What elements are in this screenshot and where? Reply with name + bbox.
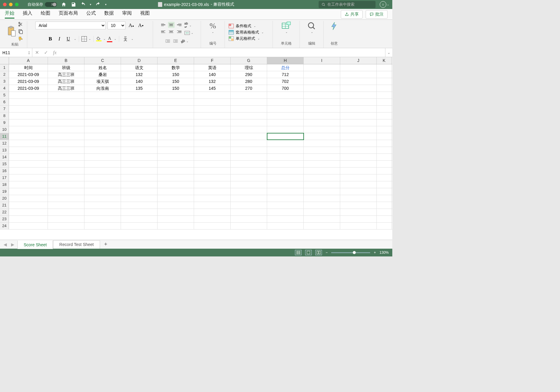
align-top-center[interactable] bbox=[168, 22, 175, 28]
prev-sheet-button[interactable]: ◀ bbox=[2, 242, 8, 247]
cell-D21[interactable] bbox=[121, 202, 158, 209]
cell-F17[interactable] bbox=[194, 174, 231, 181]
cell-E19[interactable] bbox=[158, 188, 194, 195]
comments-button[interactable]: 批注 bbox=[366, 10, 388, 19]
cell-B1[interactable]: 班级 bbox=[48, 64, 84, 71]
row-header-5[interactable]: 5 bbox=[0, 92, 9, 98]
row-header-16[interactable]: 16 bbox=[0, 168, 9, 174]
underline-button[interactable]: U bbox=[64, 35, 72, 42]
row-header-19[interactable]: 19 bbox=[0, 188, 9, 195]
expand-formula-bar[interactable]: ⌄ bbox=[385, 48, 392, 57]
cell-C7[interactable] bbox=[84, 106, 121, 112]
align-right[interactable] bbox=[175, 29, 182, 35]
save-icon[interactable] bbox=[71, 2, 76, 7]
row-header-17[interactable]: 17 bbox=[0, 174, 9, 181]
cell-A9[interactable] bbox=[9, 119, 48, 126]
cell-E2[interactable]: 150 bbox=[158, 71, 194, 78]
cell-B2[interactable]: 高三三班 bbox=[48, 71, 84, 78]
cell-G2[interactable]: 290 bbox=[231, 71, 267, 78]
cell-F20[interactable] bbox=[194, 195, 231, 202]
cell-A20[interactable] bbox=[9, 195, 48, 202]
cell-H17[interactable] bbox=[267, 174, 304, 181]
fill-color-button[interactable] bbox=[96, 37, 102, 41]
cell-J5[interactable] bbox=[340, 92, 377, 98]
number-format-button[interactable]: % ⌄ bbox=[210, 22, 216, 34]
cell-B11[interactable] bbox=[48, 133, 84, 140]
cell-H12[interactable] bbox=[267, 140, 304, 147]
cell-B12[interactable] bbox=[48, 140, 84, 147]
maximize-window-button[interactable] bbox=[15, 3, 19, 6]
cell-G5[interactable] bbox=[231, 92, 267, 98]
cell-C19[interactable] bbox=[84, 188, 121, 195]
cell-B13[interactable] bbox=[48, 147, 84, 154]
cell-J12[interactable] bbox=[340, 140, 377, 147]
menu-tab-3[interactable]: 页面布局 bbox=[59, 10, 78, 19]
cell-J8[interactable] bbox=[340, 113, 377, 119]
add-sheet-button[interactable]: + bbox=[102, 241, 110, 247]
cell-D16[interactable] bbox=[121, 168, 158, 174]
cell-C13[interactable] bbox=[84, 147, 121, 154]
search-input[interactable]: 在工作表中搜索 bbox=[319, 1, 376, 8]
cell-K4[interactable] bbox=[377, 85, 392, 92]
cell-C23[interactable] bbox=[84, 216, 121, 222]
cell-H18[interactable] bbox=[267, 181, 304, 188]
feedback-button[interactable] bbox=[380, 1, 386, 8]
font-size-select[interactable]: 10 bbox=[108, 22, 125, 29]
column-header-J[interactable]: J bbox=[340, 57, 377, 64]
cell-H21[interactable] bbox=[267, 202, 304, 209]
bold-button[interactable]: B bbox=[46, 35, 54, 42]
cell-J23[interactable] bbox=[340, 216, 377, 222]
cell-I13[interactable] bbox=[304, 147, 340, 154]
cell-B10[interactable] bbox=[48, 126, 84, 133]
cell-G10[interactable] bbox=[231, 126, 267, 133]
cell-C6[interactable] bbox=[84, 99, 121, 105]
home-icon[interactable] bbox=[61, 2, 66, 7]
cell-C2[interactable]: 桑岩 bbox=[84, 71, 121, 78]
cell-I22[interactable] bbox=[304, 209, 340, 215]
cell-D14[interactable] bbox=[121, 154, 158, 160]
cell-B17[interactable] bbox=[48, 174, 84, 181]
cell-I9[interactable] bbox=[304, 119, 340, 126]
cell-J13[interactable] bbox=[340, 147, 377, 154]
cell-A14[interactable] bbox=[9, 154, 48, 160]
cell-I2[interactable] bbox=[304, 71, 340, 78]
cell-J11[interactable] bbox=[340, 133, 377, 140]
cell-J6[interactable] bbox=[340, 99, 377, 105]
cell-K20[interactable] bbox=[377, 195, 392, 202]
cell-H15[interactable] bbox=[267, 161, 304, 167]
cell-K13[interactable] bbox=[377, 147, 392, 154]
cell-F11[interactable] bbox=[194, 133, 231, 140]
cell-I16[interactable] bbox=[304, 168, 340, 174]
cell-F16[interactable] bbox=[194, 168, 231, 174]
row-header-13[interactable]: 13 bbox=[0, 147, 9, 154]
column-header-K[interactable]: K bbox=[377, 57, 392, 64]
cell-A4[interactable]: 2021-03-09 bbox=[9, 85, 48, 92]
menu-tab-0[interactable]: 开始 bbox=[5, 10, 14, 19]
cell-G23[interactable] bbox=[231, 216, 267, 222]
find-button[interactable]: ⌄ bbox=[307, 22, 316, 34]
cell-F5[interactable] bbox=[194, 92, 231, 98]
cell-A18[interactable] bbox=[9, 181, 48, 188]
align-left[interactable] bbox=[161, 29, 167, 35]
cell-C1[interactable]: 姓名 bbox=[84, 64, 121, 71]
format-painter-icon[interactable] bbox=[18, 36, 23, 41]
cell-C11[interactable] bbox=[84, 133, 121, 140]
font-color-dropdown[interactable]: ⌄ bbox=[114, 37, 116, 40]
cell-J2[interactable] bbox=[340, 71, 377, 78]
cell-E4[interactable]: 150 bbox=[158, 85, 194, 92]
cell-E11[interactable] bbox=[158, 133, 194, 140]
menu-tab-7[interactable]: 视图 bbox=[140, 10, 150, 19]
cell-F4[interactable]: 145 bbox=[194, 85, 231, 92]
cell-C20[interactable] bbox=[84, 195, 121, 202]
cell-I14[interactable] bbox=[304, 154, 340, 160]
autosave-toggle[interactable]: 自动保存 关闭 bbox=[28, 2, 57, 7]
column-header-A[interactable]: A bbox=[9, 57, 48, 64]
select-all-corner[interactable] bbox=[0, 57, 9, 64]
sheet-tab-0[interactable]: Score Sheet bbox=[17, 240, 53, 249]
cell-B21[interactable] bbox=[48, 202, 84, 209]
cell-G24[interactable] bbox=[231, 223, 267, 229]
decrease-indent-button[interactable] bbox=[165, 39, 170, 43]
cell-J3[interactable] bbox=[340, 78, 377, 85]
cell-E3[interactable]: 150 bbox=[158, 78, 194, 85]
cell-G8[interactable] bbox=[231, 113, 267, 119]
